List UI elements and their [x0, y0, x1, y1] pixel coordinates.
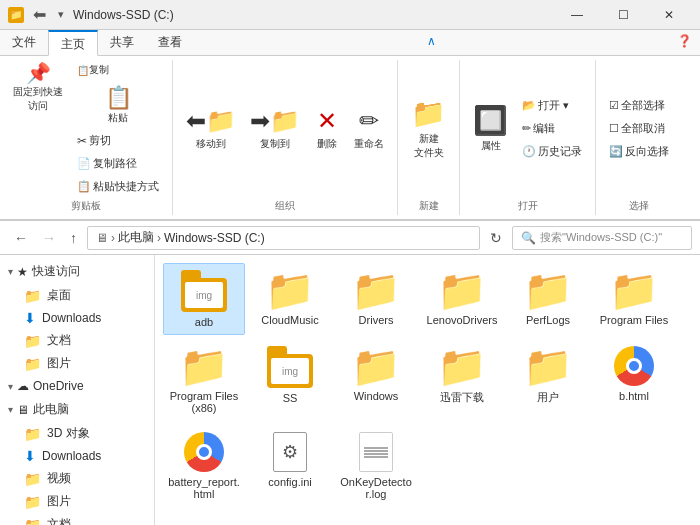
adb-folder-icon: img — [181, 270, 227, 312]
file-item-drivers[interactable]: 📁 Drivers — [335, 263, 417, 335]
quick-access-btn[interactable]: ⬅ — [28, 3, 51, 26]
folder-icon-perflogs: 📁 — [523, 270, 573, 310]
cloud-icon: ☁ — [17, 379, 29, 393]
scissors-icon: ✂ — [77, 134, 87, 148]
select-label: 选择 — [604, 197, 674, 215]
edit-btn[interactable]: ✏ 编辑 — [517, 118, 587, 139]
breadcrumb-drive: Windows-SSD (C:) — [164, 231, 265, 245]
clipboard-group: 📌 固定到快速访问 📋 复制 📋 粘贴 ✂ 剪切 — [0, 60, 173, 215]
back-btn[interactable]: ← — [8, 227, 34, 249]
refresh-btn[interactable]: ↻ — [484, 227, 508, 249]
rename-btn[interactable]: ✏ 重命名 — [349, 104, 389, 154]
select-all-icon: ☑ — [609, 99, 619, 112]
file-item-users[interactable]: 📁 用户 — [507, 339, 589, 421]
file-name-cloudmusic: CloudMusic — [261, 314, 318, 326]
file-name-perflogs: PerfLogs — [526, 314, 570, 326]
select-all-btn[interactable]: ☑ 全部选择 — [604, 95, 674, 116]
file-item-windows[interactable]: 📁 Windows — [335, 339, 417, 421]
file-item-xunlei[interactable]: 📁 迅雷下载 — [421, 339, 503, 421]
paste-shortcut-icon: 📋 — [77, 180, 91, 193]
maximize-btn[interactable]: ☐ — [600, 0, 646, 30]
select-items: ☑ 全部选择 ☐ 全部取消 🔄 反向选择 — [604, 60, 674, 197]
file-item-programfiles[interactable]: 📁 Program Files — [593, 263, 675, 335]
rename-icon: ✏ — [359, 107, 379, 135]
open-btn[interactable]: 📂 打开 ▾ — [517, 95, 587, 116]
invert-select-btn[interactable]: 🔄 反向选择 — [604, 141, 674, 162]
folder-icon: 📁 — [24, 426, 41, 442]
window-title: Windows-SSD (C:) — [73, 8, 174, 22]
quick-access-label: 快速访问 — [32, 263, 80, 280]
forward-nav-btn[interactable]: ▾ — [53, 3, 69, 26]
sidebar-item-videos[interactable]: 📁 视频 — [0, 467, 154, 490]
address-path-box[interactable]: 🖥 › 此电脑 › Windows-SSD (C:) — [87, 226, 480, 250]
thispc-header[interactable]: ▾ 🖥 此电脑 — [0, 397, 154, 422]
file-item-cloudmusic[interactable]: 📁 CloudMusic — [249, 263, 331, 335]
sidebar-item-desktop[interactable]: 📁 桌面 — [0, 284, 154, 307]
history-btn[interactable]: 🕐 历史记录 — [517, 141, 587, 162]
sidebar-pictures-label: 图片 — [47, 355, 71, 372]
sidebar-item-documents2[interactable]: 📁 文档 — [0, 513, 154, 525]
new-items: 📁 新建文件夹 — [406, 60, 451, 197]
deselect-all-btn[interactable]: ☐ 全部取消 — [604, 118, 674, 139]
ribbon-collapse[interactable]: ∧ — [419, 30, 444, 55]
file-name-lenovo: LenovoDrivers — [427, 314, 498, 326]
sidebar: ▾ ★ 快速访问 📁 桌面 ⬇ Downloads 📁 文档 📁 图片 ▾ ☁ … — [0, 255, 155, 525]
delete-btn[interactable]: ✕ 删除 — [309, 104, 345, 154]
onedrive-header[interactable]: ▾ ☁ OneDrive — [0, 375, 154, 397]
title-bar: 📁 ⬅ ▾ Windows-SSD (C:) — ☐ ✕ — [0, 0, 700, 30]
sidebar-item-3d[interactable]: 📁 3D 对象 — [0, 422, 154, 445]
sidebar-item-downloads-quick[interactable]: ⬇ Downloads — [0, 307, 154, 329]
file-item-perflogs[interactable]: 📁 PerfLogs — [507, 263, 589, 335]
paste-btn[interactable]: 📋 粘贴 — [72, 82, 164, 128]
tab-home[interactable]: 主页 — [48, 30, 98, 56]
minimize-btn[interactable]: — — [554, 0, 600, 30]
file-item-batteryreport[interactable]: battery_report.html — [163, 425, 245, 507]
properties-icon: 🔲 — [473, 104, 508, 137]
up-btn[interactable]: ↑ — [64, 227, 83, 249]
file-item-adb[interactable]: img adb — [163, 263, 245, 335]
folder-icon: 📁 — [24, 517, 41, 526]
file-item-configini[interactable]: ⚙ config.ini — [249, 425, 331, 507]
file-name-xunlei: 迅雷下载 — [440, 390, 484, 405]
properties-btn[interactable]: 🔲 属性 — [468, 101, 513, 156]
file-name-programfilesx86: Program Files (x86) — [168, 390, 240, 414]
cut-btn[interactable]: ✂ 剪切 — [72, 130, 164, 151]
tab-file[interactable]: 文件 — [0, 30, 48, 55]
close-btn[interactable]: ✕ — [646, 0, 692, 30]
sidebar-downloads-label: Downloads — [42, 449, 101, 463]
file-item-lenovo[interactable]: 📁 LenovoDrivers — [421, 263, 503, 335]
file-item-programfilesx86[interactable]: 📁 Program Files (x86) — [163, 339, 245, 421]
sidebar-item-downloads[interactable]: ⬇ Downloads — [0, 445, 154, 467]
file-item-onkeydetector[interactable]: OnKeyDetector.log — [335, 425, 417, 507]
paste-shortcut-btn[interactable]: 📋 粘贴快捷方式 — [72, 176, 164, 197]
forward-btn[interactable]: → — [36, 227, 62, 249]
move-to-btn[interactable]: ⬅📁 移动到 — [181, 104, 241, 154]
sidebar-item-pictures[interactable]: 📁 图片 — [0, 352, 154, 375]
copy-path-btn[interactable]: 📄 复制路径 — [72, 153, 164, 174]
file-item-bhtml[interactable]: b.html — [593, 339, 675, 421]
copy-to-btn[interactable]: ➡📁 复制到 — [245, 104, 305, 154]
help-btn[interactable]: ❓ — [669, 30, 700, 55]
file-name-configini: config.ini — [268, 476, 311, 488]
tab-share[interactable]: 共享 — [98, 30, 146, 55]
quick-access-header[interactable]: ▾ ★ 快速访问 — [0, 259, 154, 284]
pin-icon: 📌 — [26, 63, 51, 83]
select-col: ☑ 全部选择 ☐ 全部取消 🔄 反向选择 — [604, 95, 674, 162]
folder-icon-lenovo: 📁 — [437, 270, 487, 310]
search-box[interactable]: 🔍 搜索"Windows-SSD (C:)" — [512, 226, 692, 250]
pin-btn[interactable]: 📌 固定到快速访问 — [8, 60, 68, 116]
folder-icon-users: 📁 — [523, 346, 573, 386]
sidebar-3d-label: 3D 对象 — [47, 425, 90, 442]
file-name-programfiles: Program Files — [600, 314, 668, 326]
file-item-ss[interactable]: img SS — [249, 339, 331, 421]
tab-view[interactable]: 查看 — [146, 30, 194, 55]
new-group: 📁 新建文件夹 新建 — [398, 60, 460, 215]
folder-icon-programfilesx86: 📁 — [179, 346, 229, 386]
sidebar-item-documents[interactable]: 📁 文档 — [0, 329, 154, 352]
folder-icon-drivers: 📁 — [351, 270, 401, 310]
folder-icon: 📁 — [24, 494, 41, 510]
new-folder-btn[interactable]: 📁 新建文件夹 — [406, 94, 451, 163]
ribbon-tabs: 文件 主页 共享 查看 ∧ ❓ — [0, 30, 700, 56]
sidebar-item-pictures2[interactable]: 📁 图片 — [0, 490, 154, 513]
copy-btn[interactable]: 📋 复制 — [72, 60, 164, 80]
